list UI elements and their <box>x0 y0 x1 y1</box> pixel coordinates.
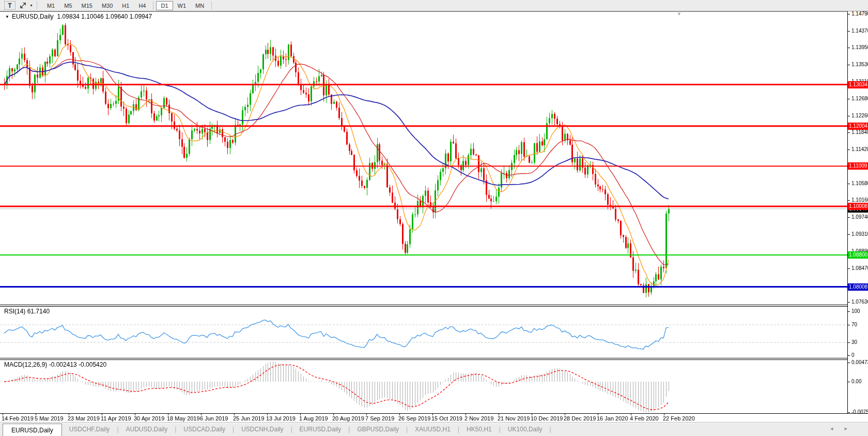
price-line-badge: 1.12004 <box>848 123 868 130</box>
price-tick <box>847 200 850 201</box>
price-tick-label: 1.14370 <box>851 28 868 34</box>
timeframe-button-h1[interactable]: H1 <box>117 1 134 10</box>
price-tick <box>847 14 850 14</box>
price-tick-label: 1.11840 <box>851 129 868 135</box>
chart-tab[interactable]: USDCNH,Daily <box>234 426 290 433</box>
date-label: 20 Aug 2019 <box>332 415 364 422</box>
price-tick-label: 1.10580 <box>851 181 868 186</box>
chart-tab[interactable]: HK50,H1 <box>459 426 499 433</box>
timeframe-button-h4[interactable]: H4 <box>134 1 150 10</box>
rsi-tick <box>847 342 850 343</box>
price-tick-label: 1.12680 <box>851 96 868 101</box>
macd-tick-label: 0.004738 <box>851 359 868 365</box>
macd-indicator-label: MACD(12,26,9) -0.002413 -0.005420 <box>4 361 106 368</box>
tab-separator: | <box>550 426 551 433</box>
price-axis-line <box>847 11 848 414</box>
date-label: 18 May 2019 <box>167 415 200 422</box>
tab-scroll-arrows[interactable]: ◂▸ <box>830 425 859 432</box>
rsi-tick-label: 30 <box>851 339 857 345</box>
date-label: 7 Sep 2019 <box>365 415 394 422</box>
price-line-badge: 1.08800 <box>848 251 868 259</box>
toolbar-separator <box>211 2 212 10</box>
date-axis-line <box>0 413 868 414</box>
rsi-indicator-label: RSI(14) 61.7140 <box>4 308 50 315</box>
date-label: 23 Mar 2019 <box>68 415 100 422</box>
rsi-tick-label: 100 <box>851 308 860 314</box>
chart-tab-active[interactable]: EURUSD,Daily <box>3 424 62 436</box>
date-label: 21 Nov 2019 <box>498 415 530 422</box>
price-tick-label: 1.12260 <box>851 113 868 118</box>
collapse-objects-icon[interactable]: ▼ <box>5 14 9 19</box>
chart-symbol-label: EURUSD,Daily <box>12 13 54 20</box>
price-tick-label: 1.13950 <box>851 44 868 50</box>
price-line-badge: 1.11009 <box>848 162 868 170</box>
rsi-tick <box>847 311 850 312</box>
styler-button[interactable] <box>18 1 28 10</box>
price-tick-label: 1.13530 <box>851 62 868 67</box>
chart-tab[interactable]: USDCHF,Daily <box>62 426 117 433</box>
date-label: 4 Feb 2020 <box>630 415 659 422</box>
price-line-badge: 1.10008 <box>848 203 868 210</box>
date-label: 10 Dec 2019 <box>531 415 563 422</box>
styler-dropdown-caret[interactable]: ▼ <box>29 4 33 7</box>
text-tool-button[interactable]: T <box>4 1 16 10</box>
price-tick <box>847 234 850 235</box>
date-label: 1 Aug 2019 <box>299 415 328 422</box>
rsi-tick <box>847 325 850 325</box>
price-tick-label: 1.08470 <box>851 265 868 271</box>
price-line-badge: 1.13034 <box>848 81 868 88</box>
timeframe-button-m30[interactable]: M30 <box>97 1 117 10</box>
timeframe-button-m1[interactable]: M1 <box>42 1 59 10</box>
timeframe-button-d1[interactable]: D1 <box>156 1 173 10</box>
chart-tab-bar: EURUSD,DailyUSDCHF,Daily|AUDUSD,Daily|US… <box>0 422 868 436</box>
date-label: 15 Oct 2019 <box>431 415 462 422</box>
chart-tab[interactable]: AUDUSD,Daily <box>119 426 175 433</box>
timeframe-button-group: M1M5M15M30H1H4D1W1MN <box>42 1 214 10</box>
chart-tab[interactable]: USDCAD,Daily <box>176 426 233 433</box>
chart-tab[interactable]: UK100,Daily <box>501 426 550 433</box>
price-tick-label: 1.09310 <box>851 231 868 237</box>
timeframe-button-m5[interactable]: M5 <box>59 1 76 10</box>
date-label: 30 Apr 2019 <box>134 415 164 422</box>
date-label: 6 Jun 2019 <box>200 415 228 422</box>
chart-tab[interactable]: XAUUSD,H1 <box>408 426 458 433</box>
tab-scroll-right-icon[interactable]: ▸ <box>844 425 859 431</box>
chart-tab[interactable]: GBPUSD,Daily <box>350 426 406 433</box>
macd-tick <box>847 382 850 382</box>
price-line-badge: 1.08008 <box>848 283 868 291</box>
price-tick-label: 1.09740 <box>851 214 868 220</box>
chart-shift-marker-icon[interactable]: ▼ <box>677 11 681 17</box>
rsi-tick <box>847 355 850 356</box>
rsi-tick-label: 0 <box>851 352 855 358</box>
price-tick-label: 1.11420 <box>851 146 868 152</box>
date-label: 5 Mar 2019 <box>35 415 64 422</box>
price-tick-label: 1.10160 <box>851 197 868 203</box>
chart-canvas[interactable] <box>0 11 847 414</box>
price-tick <box>847 268 850 269</box>
styler-icon <box>19 2 27 9</box>
macd-tick <box>847 363 850 363</box>
date-label: 26 Sep 2019 <box>398 415 430 422</box>
price-tick <box>847 99 850 99</box>
toolbar-grip[interactable] <box>37 2 39 9</box>
chart-tab[interactable]: EURUSD,Daily <box>292 426 349 433</box>
date-label: 14 Feb 2019 <box>2 415 34 422</box>
rsi-tick-label: 70 <box>851 322 857 327</box>
timeframe-button-w1[interactable]: W1 <box>173 1 191 10</box>
timeframe-button-m15[interactable]: M15 <box>77 1 97 10</box>
price-tick <box>847 149 850 150</box>
timeframe-button-mn[interactable]: MN <box>191 1 209 10</box>
chart-ohlc-values: 1.09834 1.10046 1.09640 1.09947 <box>57 13 152 20</box>
price-tick <box>847 116 850 116</box>
toolbar: T ▼ M1M5M15M30H1H4D1W1MN <box>0 0 868 11</box>
date-label: 13 Jul 2019 <box>266 415 296 422</box>
price-tick-label: 1.07630 <box>851 299 868 305</box>
toolbar-separator <box>153 2 153 10</box>
tab-scroll-left-icon[interactable]: ◂ <box>830 425 845 431</box>
macd-tick <box>847 412 850 413</box>
mt4-window: T ▼ M1M5M15M30H1H4D1W1MN ▼EURUSD,Daily1.… <box>0 0 868 436</box>
date-label: 25 Jun 2019 <box>233 415 265 422</box>
date-label: 16 Jan 2020 <box>597 415 628 422</box>
price-tick <box>847 48 850 48</box>
macd-tick-label: 0.00 <box>851 379 861 384</box>
